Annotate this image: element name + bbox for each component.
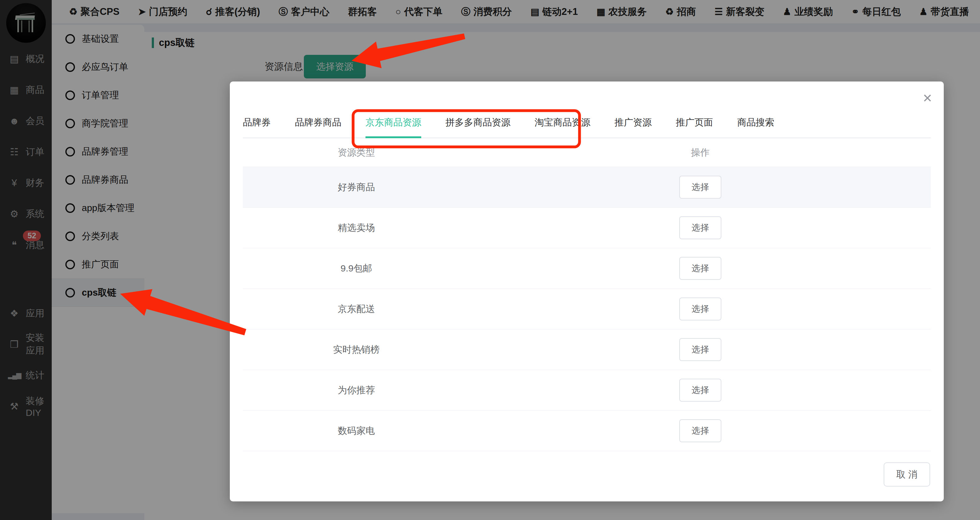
table-row: 好券商品 选择 xyxy=(243,167,931,207)
resource-type-cell: 数码家电 xyxy=(243,424,470,437)
tab-brand-coupon[interactable]: 品牌券 xyxy=(243,116,271,137)
resource-tabs: 品牌券 品牌券商品 京东商品资源 拼多多商品资源 淘宝商品资源 推广资源 推广页… xyxy=(243,116,931,138)
action-cell: 选择 xyxy=(470,419,931,442)
tab-jd-resources[interactable]: 京东商品资源 xyxy=(366,116,421,137)
resource-type-cell: 为你推荐 xyxy=(243,384,470,397)
table-row: 实时热销榜 选择 xyxy=(243,329,931,370)
action-cell: 选择 xyxy=(470,338,931,361)
resource-type-cell: 京东配送 xyxy=(243,303,470,316)
table-row: 数码家电 选择 xyxy=(243,411,931,451)
tab-pdd-resources[interactable]: 拼多多商品资源 xyxy=(445,116,511,137)
tab-promo-resources[interactable]: 推广资源 xyxy=(614,116,652,137)
select-button[interactable]: 选择 xyxy=(679,379,721,402)
action-cell: 选择 xyxy=(470,216,931,239)
tab-taobao-resources[interactable]: 淘宝商品资源 xyxy=(535,116,590,137)
tab-product-search[interactable]: 商品搜索 xyxy=(737,116,774,137)
close-icon[interactable]: × xyxy=(923,90,932,106)
resource-type-cell: 好券商品 xyxy=(243,181,470,194)
table-row: 9.9包邮 选择 xyxy=(243,248,931,289)
select-button[interactable]: 选择 xyxy=(679,298,721,321)
table-header: 资源类型 操作 xyxy=(243,138,931,167)
column-header-action: 操作 xyxy=(470,146,931,159)
resource-type-cell: 9.9包邮 xyxy=(243,262,470,275)
resource-type-cell: 精选卖场 xyxy=(243,222,470,234)
select-button[interactable]: 选择 xyxy=(679,419,721,442)
action-cell: 选择 xyxy=(470,257,931,280)
table-row: 为你推荐 选择 xyxy=(243,370,931,411)
select-button[interactable]: 选择 xyxy=(679,257,721,280)
app-root: { "topnav": { "items": [ {"icon":"recycl… xyxy=(0,0,980,520)
select-button[interactable]: 选择 xyxy=(679,216,721,239)
tab-promo-pages[interactable]: 推广页面 xyxy=(676,116,713,137)
column-header-resource-type: 资源类型 xyxy=(243,146,470,159)
select-button[interactable]: 选择 xyxy=(679,338,721,361)
resource-type-cell: 实时热销榜 xyxy=(243,343,470,356)
resource-select-dialog: × 品牌券 品牌券商品 京东商品资源 拼多多商品资源 淘宝商品资源 推广资源 推… xyxy=(230,81,944,501)
action-cell: 选择 xyxy=(470,298,931,321)
action-cell: 选择 xyxy=(470,379,931,402)
select-button[interactable]: 选择 xyxy=(679,176,721,199)
action-cell: 选择 xyxy=(470,176,931,199)
dialog-footer: 取 消 xyxy=(243,463,931,487)
table-row: 京东配送 选择 xyxy=(243,289,931,329)
cancel-button[interactable]: 取 消 xyxy=(884,463,930,487)
tab-brand-coupon-products[interactable]: 品牌券商品 xyxy=(295,116,341,137)
table-row: 精选卖场 选择 xyxy=(243,207,931,248)
